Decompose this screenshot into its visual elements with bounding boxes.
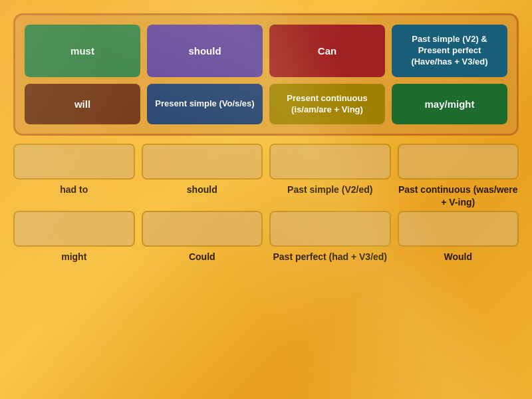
btn-should[interactable]: should — [147, 25, 263, 77]
drop-box-drop3[interactable] — [269, 144, 391, 180]
drop-item-drop4: Past continuous (was/were + V-ing) — [398, 144, 519, 207]
page: mustshouldCanPast simple (V2) & Present … — [0, 0, 532, 399]
drop-box-drop7[interactable] — [269, 211, 391, 247]
drop-item-drop5: might — [13, 211, 135, 263]
drop-label-drop4: Past continuous (was/were + V-ing) — [398, 184, 519, 207]
btn-past-present[interactable]: Past simple (V2) & Present perfect (Have… — [392, 25, 507, 77]
drop-item-drop2: should — [142, 144, 263, 196]
card-row-1: mustshouldCanPast simple (V2) & Present … — [25, 25, 507, 77]
drop-row-1: had toshouldPast simple (V2/ed)Past cont… — [13, 144, 519, 207]
btn-can[interactable]: Can — [269, 25, 385, 77]
drop-item-drop1: had to — [13, 144, 135, 196]
btn-must[interactable]: must — [25, 25, 140, 77]
drop-box-drop6[interactable] — [142, 211, 263, 247]
drop-box-drop1[interactable] — [13, 144, 135, 180]
drop-box-drop4[interactable] — [398, 144, 519, 180]
drop-label-drop8: Would — [444, 251, 472, 263]
drop-label-drop3: Past simple (V2/ed) — [287, 184, 372, 196]
drop-box-drop8[interactable] — [398, 211, 519, 247]
top-card: mustshouldCanPast simple (V2) & Present … — [13, 13, 519, 136]
btn-may-might[interactable]: may/might — [392, 84, 507, 125]
drop-item-drop7: Past perfect (had + V3/ed) — [269, 211, 391, 263]
drop-row-2: mightCouldPast perfect (had + V3/ed)Woul… — [13, 211, 519, 263]
drop-label-drop5: might — [61, 251, 86, 263]
drop-item-drop8: Would — [398, 211, 519, 263]
btn-present-simple[interactable]: Present simple (Vo/s/es) — [147, 84, 263, 125]
drop-label-drop6: Could — [189, 251, 215, 263]
drop-item-drop6: Could — [142, 211, 263, 263]
drop-label-drop1: had to — [60, 184, 88, 196]
drop-item-drop3: Past simple (V2/ed) — [269, 144, 391, 196]
drop-label-drop2: should — [187, 184, 217, 196]
btn-will[interactable]: will — [25, 84, 140, 125]
btn-present-cont[interactable]: Present continuous (is/am/are + Ving) — [269, 84, 385, 125]
card-row-2: willPresent simple (Vo/s/es)Present cont… — [25, 84, 507, 125]
drop-label-drop7: Past perfect (had + V3/ed) — [273, 251, 387, 263]
drop-box-drop2[interactable] — [142, 144, 263, 180]
drop-section: had toshouldPast simple (V2/ed)Past cont… — [13, 144, 519, 386]
drop-box-drop5[interactable] — [13, 211, 135, 247]
